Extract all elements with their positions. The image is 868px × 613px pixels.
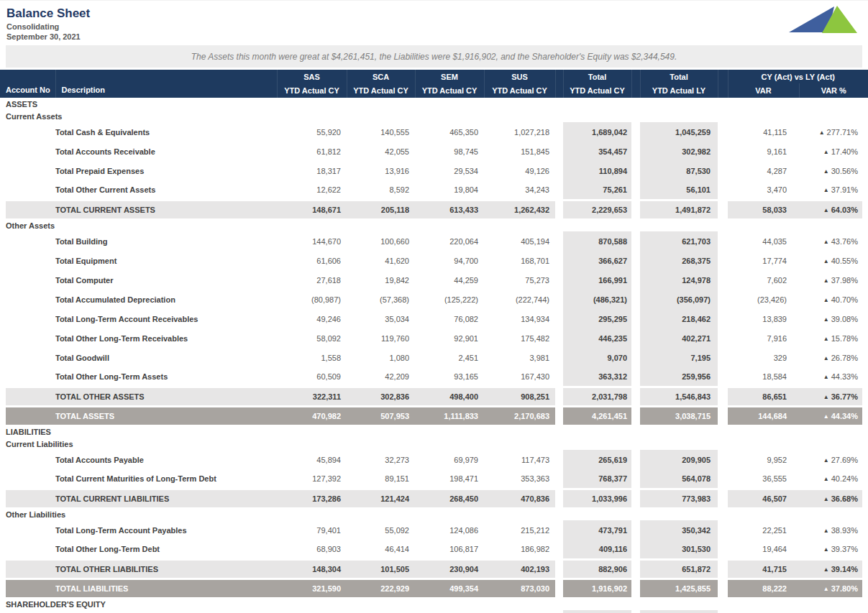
sus-value-cell: 215,212	[484, 520, 555, 540]
account-no-cell	[0, 387, 55, 406]
description-cell: Total Long-Term Account Payables	[55, 520, 277, 540]
sas-value-cell: 18,317	[277, 161, 347, 180]
gutter	[555, 122, 563, 142]
total-ly-value-cell: 259,956	[640, 367, 718, 387]
total-cy-value-cell: 882,906	[563, 559, 631, 579]
sca-value-cell: 46,414	[347, 540, 415, 559]
col-subheader-sas: YTD Actual CY	[277, 83, 347, 98]
sca-value-cell: 121,424	[347, 489, 415, 508]
total-ly-value-cell: 56,101	[640, 180, 718, 200]
gutter	[718, 251, 728, 270]
sus-value-cell: (222,744)	[484, 290, 555, 309]
subtotal-row: TOTAL CURRENT LIABILITIES173,286121,4242…	[0, 489, 868, 508]
up-triangle-icon: ▲	[823, 527, 829, 534]
total-cy-value-cell: 1,033,996	[563, 489, 631, 508]
section-label: SHAREHOLDER'S EQUITY	[0, 598, 868, 610]
gutter	[555, 161, 563, 180]
gutter	[631, 200, 640, 219]
col-subheader-total-ly: YTD Actual LY	[640, 83, 718, 98]
sas-value-cell: 58,092	[277, 328, 347, 348]
sca-value-cell: 13,916	[347, 161, 415, 180]
sus-value-cell	[484, 610, 555, 613]
total-cy-value-cell: 110,894	[563, 161, 631, 180]
total-cy-value-cell: 9,070	[563, 348, 631, 367]
sca-value-cell: 507,953	[347, 406, 415, 425]
total-cy-value-cell: 295,295	[563, 309, 631, 328]
sem-value-cell: 465,350	[415, 122, 484, 142]
section-label: Current Assets	[0, 110, 868, 122]
sem-value-cell: 1,111,833	[415, 406, 484, 425]
sus-value-cell: 117,473	[484, 450, 555, 469]
account-no-cell	[0, 200, 55, 219]
sem-value-cell: 76,082	[415, 309, 484, 328]
data-row: Total Accumulated Depreciation(80,987)(5…	[0, 290, 868, 309]
sca-value-cell	[347, 610, 415, 613]
gutter	[555, 142, 563, 161]
up-triangle-icon: ▲	[823, 496, 829, 502]
balance-sheet-table: Account No Description SAS SCA SEM SUS T…	[0, 70, 868, 613]
total-ly-value-cell: 124,978	[640, 270, 718, 290]
account-no-cell	[0, 469, 55, 489]
col-subheader-var-pct: VAR %	[799, 83, 868, 98]
total-cy-value-cell: 166,991	[563, 270, 631, 290]
up-triangle-icon: ▲	[823, 316, 829, 323]
total-ly-value-cell: 302,982	[640, 142, 718, 161]
up-triangle-icon: ▲	[823, 336, 829, 342]
sas-value-cell: 173,286	[277, 489, 347, 508]
gutter	[555, 579, 563, 598]
subtotal-row: TOTAL OTHER ASSETS322,311302,836498,4009…	[0, 387, 868, 406]
var-value-cell: 17,774	[728, 251, 799, 270]
account-no-cell	[0, 328, 55, 348]
total-ly-value-cell: 773,983	[640, 489, 718, 508]
var-value-cell	[728, 610, 799, 613]
total-ly-value-cell: 350,342	[640, 520, 718, 540]
total-cy-value-cell: 446,235	[563, 328, 631, 348]
var-pct-value-cell: ▲37.91%	[799, 180, 868, 200]
description-cell: Total Other Long-Term Receivables	[55, 328, 277, 348]
sca-value-cell: 19,842	[347, 270, 415, 290]
table-header: Account No Description SAS SCA SEM SUS T…	[0, 70, 868, 98]
total-ly-value-cell: 301,530	[640, 540, 718, 559]
description-cell: TOTAL OTHER ASSETS	[55, 387, 277, 406]
sus-value-cell: 1,262,432	[484, 200, 555, 219]
sem-value-cell: 198,471	[415, 469, 484, 489]
summary-banner: The Assets this month were great at $4,2…	[6, 45, 862, 68]
section-label: ASSETS	[0, 98, 868, 110]
var-value-cell: 46,507	[728, 489, 799, 508]
gutter	[555, 489, 563, 508]
gutter	[631, 180, 640, 200]
var-pct-value-cell: ▲17.40%	[799, 142, 868, 161]
sus-value-cell: 167,430	[484, 367, 555, 387]
sem-value-cell: 29,534	[415, 161, 484, 180]
var-value-cell: 4,287	[728, 161, 799, 180]
total-cy-value-cell: 1,916,902	[563, 579, 631, 598]
gutter	[555, 387, 563, 406]
sas-value-cell: 144,670	[277, 231, 347, 251]
var-pct-value-cell: ▲37.98%	[799, 270, 868, 290]
page-title: Balance Sheet	[6, 6, 90, 21]
account-no-cell	[0, 520, 55, 540]
gutter	[718, 122, 728, 142]
gutter	[718, 406, 728, 425]
sas-value-cell: 12,622	[277, 180, 347, 200]
up-triangle-icon: ▲	[819, 129, 825, 136]
gutter	[555, 328, 563, 348]
data-row: Total Current Maturities of Long-Term De…	[0, 469, 868, 489]
gutter	[555, 200, 563, 219]
sem-value-cell: 230,904	[415, 559, 484, 579]
data-row: Total Computer27,61819,84244,25975,27316…	[0, 270, 868, 290]
gutter	[555, 180, 563, 200]
total-cy-value-cell: 409,116	[563, 540, 631, 559]
total-cy-value-cell: 870,588	[563, 231, 631, 251]
gutter	[718, 180, 728, 200]
sca-value-cell: 35,034	[347, 309, 415, 328]
var-value-cell: 19,464	[728, 540, 799, 559]
description-cell: Total Prepaid Expenses	[55, 161, 277, 180]
gutter	[631, 489, 640, 508]
var-value-cell: 7,916	[728, 328, 799, 348]
description-cell: Total Cash & Equivalents	[55, 122, 277, 142]
gutter	[631, 406, 640, 425]
gutter	[718, 142, 728, 161]
sus-value-cell: 908,251	[484, 387, 555, 406]
section-row: Other Liabilities	[0, 508, 868, 520]
